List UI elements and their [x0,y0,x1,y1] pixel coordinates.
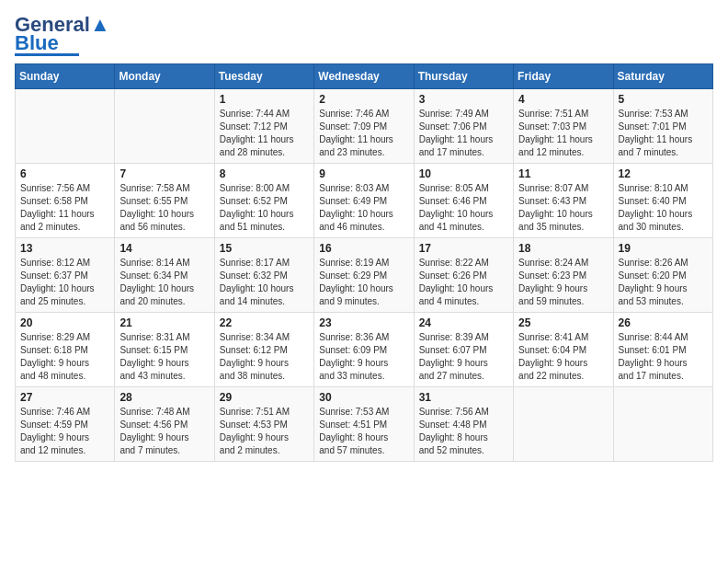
logo-divider [15,53,79,56]
calendar-cell: 21Sunrise: 8:31 AM Sunset: 6:15 PM Dayli… [115,312,214,386]
calendar-cell: 12Sunrise: 8:10 AM Sunset: 6:40 PM Dayli… [613,163,712,237]
calendar-cell: 9Sunrise: 8:03 AM Sunset: 6:49 PM Daylig… [314,163,414,237]
day-info: Sunrise: 8:39 AM Sunset: 6:07 PM Dayligh… [419,331,508,383]
day-number: 2 [319,93,408,106]
day-number: 11 [518,167,608,180]
day-number: 22 [220,316,309,329]
header-day: Saturday [613,63,712,88]
calendar-week-row: 27Sunrise: 7:46 AM Sunset: 4:59 PM Dayli… [16,386,713,461]
day-info: Sunrise: 8:34 AM Sunset: 6:12 PM Dayligh… [220,331,309,383]
day-info: Sunrise: 8:19 AM Sunset: 6:29 PM Dayligh… [319,257,408,308]
day-info: Sunrise: 8:26 AM Sunset: 6:20 PM Dayligh… [619,257,708,308]
day-info: Sunrise: 7:48 AM Sunset: 4:56 PM Dayligh… [119,406,209,457]
day-info: Sunrise: 8:17 AM Sunset: 6:32 PM Dayligh… [220,257,309,308]
day-number: 14 [119,242,209,255]
calendar-cell: 2Sunrise: 7:46 AM Sunset: 7:09 PM Daylig… [314,88,414,163]
day-info: Sunrise: 8:22 AM Sunset: 6:26 PM Dayligh… [419,257,508,308]
day-number: 25 [518,316,608,329]
header-day: Sunday [16,63,115,88]
header-day: Tuesday [214,63,313,88]
day-info: Sunrise: 7:49 AM Sunset: 7:06 PM Dayligh… [419,108,508,159]
day-info: Sunrise: 8:03 AM Sunset: 6:49 PM Dayligh… [319,182,408,234]
day-number: 28 [119,391,209,404]
calendar-cell: 19Sunrise: 8:26 AM Sunset: 6:20 PM Dayli… [613,237,712,312]
calendar-table: SundayMondayTuesdayWednesdayThursdayFrid… [15,63,713,462]
day-info: Sunrise: 8:12 AM Sunset: 6:37 PM Dayligh… [20,257,109,308]
calendar-cell [16,88,115,163]
day-info: Sunrise: 8:24 AM Sunset: 6:23 PM Dayligh… [518,257,608,308]
calendar-cell [613,386,712,461]
day-info: Sunrise: 8:31 AM Sunset: 6:15 PM Dayligh… [119,331,209,383]
day-info: Sunrise: 8:07 AM Sunset: 6:43 PM Dayligh… [518,182,608,234]
day-info: Sunrise: 7:53 AM Sunset: 4:51 PM Dayligh… [319,406,408,457]
day-number: 31 [419,391,508,404]
day-info: Sunrise: 8:36 AM Sunset: 6:09 PM Dayligh… [319,331,408,383]
calendar-cell: 29Sunrise: 7:51 AM Sunset: 4:53 PM Dayli… [214,386,313,461]
day-number: 10 [419,167,508,180]
day-info: Sunrise: 8:14 AM Sunset: 6:34 PM Dayligh… [119,257,209,308]
day-number: 23 [319,316,408,329]
calendar-week-row: 6Sunrise: 7:56 AM Sunset: 6:58 PM Daylig… [16,163,713,237]
calendar-cell [514,386,613,461]
logo: General▲ Blue [15,15,110,56]
calendar-cell: 28Sunrise: 7:48 AM Sunset: 4:56 PM Dayli… [115,386,214,461]
day-number: 16 [319,242,408,255]
calendar-cell [115,88,214,163]
calendar-cell: 30Sunrise: 7:53 AM Sunset: 4:51 PM Dayli… [314,386,414,461]
day-number: 4 [518,93,608,106]
calendar-cell: 6Sunrise: 7:56 AM Sunset: 6:58 PM Daylig… [16,163,115,237]
calendar-cell: 20Sunrise: 8:29 AM Sunset: 6:18 PM Dayli… [16,312,115,386]
day-info: Sunrise: 7:46 AM Sunset: 4:59 PM Dayligh… [20,406,109,457]
day-number: 13 [20,242,109,255]
calendar-header: SundayMondayTuesdayWednesdayThursdayFrid… [16,63,713,88]
day-number: 24 [419,316,508,329]
calendar-cell: 4Sunrise: 7:51 AM Sunset: 7:03 PM Daylig… [514,88,613,163]
day-number: 17 [419,242,508,255]
day-info: Sunrise: 8:41 AM Sunset: 6:04 PM Dayligh… [518,331,608,383]
header-day: Wednesday [314,63,414,88]
header-day: Monday [115,63,214,88]
calendar-cell: 31Sunrise: 7:56 AM Sunset: 4:48 PM Dayli… [414,386,513,461]
day-info: Sunrise: 7:51 AM Sunset: 7:03 PM Dayligh… [518,108,608,159]
calendar-cell: 26Sunrise: 8:44 AM Sunset: 6:01 PM Dayli… [613,312,712,386]
day-number: 29 [220,391,309,404]
day-number: 3 [419,93,508,106]
calendar-cell: 10Sunrise: 8:05 AM Sunset: 6:46 PM Dayli… [414,163,513,237]
calendar-week-row: 20Sunrise: 8:29 AM Sunset: 6:18 PM Dayli… [16,312,713,386]
calendar-cell: 7Sunrise: 7:58 AM Sunset: 6:55 PM Daylig… [115,163,214,237]
header-day: Thursday [414,63,513,88]
calendar-week-row: 1Sunrise: 7:44 AM Sunset: 7:12 PM Daylig… [16,88,713,163]
day-number: 27 [20,391,109,404]
day-info: Sunrise: 8:00 AM Sunset: 6:52 PM Dayligh… [220,182,309,234]
calendar-cell: 24Sunrise: 8:39 AM Sunset: 6:07 PM Dayli… [414,312,513,386]
calendar-cell: 11Sunrise: 8:07 AM Sunset: 6:43 PM Dayli… [514,163,613,237]
calendar-cell: 1Sunrise: 7:44 AM Sunset: 7:12 PM Daylig… [214,88,313,163]
calendar-cell: 14Sunrise: 8:14 AM Sunset: 6:34 PM Dayli… [115,237,214,312]
day-number: 19 [619,242,708,255]
day-number: 9 [319,167,408,180]
day-number: 18 [518,242,608,255]
logo-blue: Blue [15,35,59,52]
calendar-cell: 16Sunrise: 8:19 AM Sunset: 6:29 PM Dayli… [314,237,414,312]
day-info: Sunrise: 8:10 AM Sunset: 6:40 PM Dayligh… [619,182,708,234]
day-number: 6 [20,167,109,180]
calendar-cell: 3Sunrise: 7:49 AM Sunset: 7:06 PM Daylig… [414,88,513,163]
calendar-body: 1Sunrise: 7:44 AM Sunset: 7:12 PM Daylig… [16,88,713,461]
calendar-cell: 23Sunrise: 8:36 AM Sunset: 6:09 PM Dayli… [314,312,414,386]
calendar-cell: 22Sunrise: 8:34 AM Sunset: 6:12 PM Dayli… [214,312,313,386]
day-info: Sunrise: 7:56 AM Sunset: 6:58 PM Dayligh… [20,182,109,234]
calendar-week-row: 13Sunrise: 8:12 AM Sunset: 6:37 PM Dayli… [16,237,713,312]
day-info: Sunrise: 8:44 AM Sunset: 6:01 PM Dayligh… [619,331,708,383]
day-number: 12 [619,167,708,180]
calendar-cell: 8Sunrise: 8:00 AM Sunset: 6:52 PM Daylig… [214,163,313,237]
day-number: 15 [220,242,309,255]
day-number: 26 [619,316,708,329]
day-number: 7 [119,167,209,180]
calendar-cell: 25Sunrise: 8:41 AM Sunset: 6:04 PM Dayli… [514,312,613,386]
day-number: 30 [319,391,408,404]
day-info: Sunrise: 7:46 AM Sunset: 7:09 PM Dayligh… [319,108,408,159]
day-info: Sunrise: 7:44 AM Sunset: 7:12 PM Dayligh… [220,108,309,159]
day-number: 21 [119,316,209,329]
calendar-cell: 17Sunrise: 8:22 AM Sunset: 6:26 PM Dayli… [414,237,513,312]
day-info: Sunrise: 7:56 AM Sunset: 4:48 PM Dayligh… [419,406,508,457]
